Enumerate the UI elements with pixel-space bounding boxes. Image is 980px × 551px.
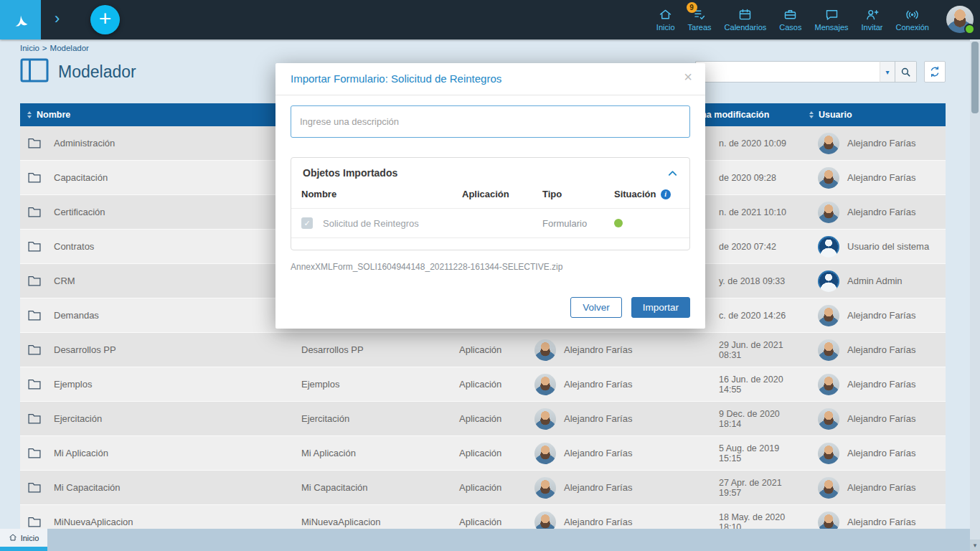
sort-icon	[27, 111, 32, 118]
brand-logo[interactable]	[0, 0, 41, 39]
folder-icon	[27, 481, 42, 494]
cell-nombre: Capacitación	[54, 172, 108, 183]
search-dropdown-button[interactable]	[880, 61, 895, 83]
cell-descripcion: Mi Capacitación	[301, 482, 368, 493]
user-avatar	[534, 443, 556, 464]
chevron-up-icon[interactable]	[667, 168, 678, 179]
panel-title: Objetos Importados	[303, 167, 397, 179]
dialog-header: Importar Formulario: Solicitud de Reinte…	[275, 63, 705, 95]
info-icon[interactable]: i	[661, 189, 671, 199]
table-row-ejemplos[interactable]: Ejemplos Ejemplos Aplicación Alejandro F…	[20, 367, 946, 402]
user-avatar	[534, 512, 556, 529]
nav-label: Conexión	[896, 23, 929, 32]
breadcrumb-separator: >	[42, 44, 47, 52]
folder-icon	[27, 447, 42, 459]
table-row-mi-capacitacion[interactable]: Mi Capacitación Mi Capacitación Aplicaci…	[20, 471, 946, 505]
refresh-icon	[928, 65, 941, 78]
scrollbar-down-arrow[interactable]	[970, 540, 980, 551]
folder-icon	[27, 137, 42, 149]
table-row-mi-aplicacion[interactable]: Mi Aplicación Mi Aplicación Aplicación A…	[20, 436, 946, 471]
table-row-minuevaaplicacion[interactable]: MiNuevaAplicacion MiNuevaAplicacion Apli…	[20, 505, 946, 529]
user-avatar	[818, 339, 839, 361]
volver-button[interactable]: Volver	[570, 297, 622, 318]
cell-tipo: Aplicación	[459, 482, 501, 493]
table-row-ejercitacion[interactable]: Ejercitación Ejercitación Aplicación Ale…	[20, 402, 946, 436]
nav-inicio[interactable]: Inicio	[650, 4, 682, 33]
cell-tipo: Aplicación	[459, 448, 501, 458]
cell-descripcion: Mi Aplicación	[301, 448, 356, 458]
objects-table-header: Nombre Aplicación Tipo Situación i	[291, 183, 689, 208]
col-situacion: Situación i	[614, 189, 679, 199]
cell-usuario: Alejandro Farías	[847, 310, 915, 321]
home-icon	[658, 5, 673, 22]
nav-mensajes[interactable]: Mensajes	[808, 4, 854, 33]
dialog-title: Importar Formulario: Solicitud de Reinte…	[291, 72, 501, 85]
user-avatar	[534, 374, 556, 395]
checkbox-checked-icon[interactable]	[301, 217, 313, 229]
taskbar-tab-inicio[interactable]: Inicio	[0, 529, 47, 547]
nav-conexion[interactable]: Conexión	[890, 4, 936, 33]
cell-usuario: Usuario del sistema	[847, 241, 929, 252]
folder-icon	[27, 171, 42, 184]
cell-nombre: Administración	[54, 138, 115, 149]
cell-usuario: Alejandro Farías	[847, 344, 915, 355]
col-tipo: Tipo	[542, 189, 614, 199]
cell-nombre: CRM	[54, 276, 75, 286]
cell-fecha: n. de 2020 10:09	[719, 138, 786, 149]
breadcrumb-inicio[interactable]: Inicio	[20, 44, 39, 52]
close-icon[interactable]: ×	[679, 68, 697, 86]
scrollbar-thumb[interactable]	[971, 42, 979, 113]
cell-fecha: de 2020 07:42	[719, 242, 776, 252]
cell-tipo: Aplicación	[459, 379, 501, 390]
search-button[interactable]	[895, 61, 917, 83]
cell-nombre: Desarrollos PP	[54, 344, 116, 355]
cell-fecha: 27 Apr. de 2021 19:57	[719, 478, 795, 498]
user-avatar	[818, 133, 839, 154]
cell-nombre: Mi Capacitación	[54, 482, 121, 493]
cell-nombre: Contratos	[54, 241, 94, 252]
search-input[interactable]	[695, 61, 880, 83]
nav-label: Casos	[779, 23, 801, 32]
user-avatar	[534, 408, 556, 430]
nav-calendarios[interactable]: Calendarios	[718, 4, 773, 33]
refresh-button[interactable]	[924, 61, 946, 83]
search-controls	[695, 61, 946, 83]
cell-nombre: Ejemplos	[54, 379, 92, 390]
user-avatar[interactable]	[946, 6, 974, 33]
importar-button[interactable]: Importar	[631, 297, 690, 318]
header-label: Nombre	[37, 110, 70, 120]
cell-fecha: 9 Dec. de 2020 18:14	[719, 409, 795, 429]
active-tab-indicator	[0, 547, 47, 551]
cell-usuario: Alejandro Farías	[847, 482, 915, 493]
cell-usuario: Alejandro Farías	[847, 517, 915, 527]
tasks-icon: 9	[692, 5, 707, 22]
nav-casos[interactable]: Casos	[773, 4, 808, 33]
cell-usuario: Admin Admin	[847, 276, 903, 286]
cell-usuario-mod: Alejandro Farías	[564, 344, 632, 355]
nav-tareas[interactable]: 9 Tareas	[682, 4, 718, 33]
add-button[interactable]	[90, 5, 120, 34]
user-avatar	[818, 202, 839, 223]
object-name: Solicitud de Reintegros	[323, 218, 419, 229]
cell-usuario: Alejandro Farías	[847, 172, 915, 183]
header-nombre[interactable]: Nombre	[20, 110, 296, 120]
search-icon	[900, 66, 912, 78]
app-window: Inicio 9 Tareas Calendarios Casos	[0, 0, 980, 551]
cell-nombre: Demandas	[54, 310, 99, 321]
nav-label: Calendarios	[725, 23, 767, 32]
attached-filename: AnnexXMLForm_SOLI1604944148_20211228-161…	[291, 262, 690, 272]
messages-icon	[824, 5, 839, 22]
header-usuario[interactable]: Usuario	[795, 110, 946, 120]
invite-user-icon	[864, 5, 880, 22]
chevron-right-icon[interactable]	[55, 9, 60, 28]
vertical-scrollbar[interactable]	[970, 39, 980, 551]
connection-signal-icon	[905, 5, 920, 22]
cell-descripcion: Ejemplos	[301, 379, 339, 390]
folder-icon	[27, 378, 42, 390]
description-input[interactable]	[291, 105, 690, 138]
imported-object-row: Solicitud de Reintegros Formulario	[291, 208, 689, 238]
nav-invitar[interactable]: Invitar	[855, 4, 890, 33]
table-row-desarrollos-pp[interactable]: Desarrollos PP Desarrollos PP Aplicación…	[20, 333, 946, 367]
breadcrumb-current: Modelador	[50, 44, 89, 52]
cell-usuario: Alejandro Farías	[847, 413, 915, 424]
